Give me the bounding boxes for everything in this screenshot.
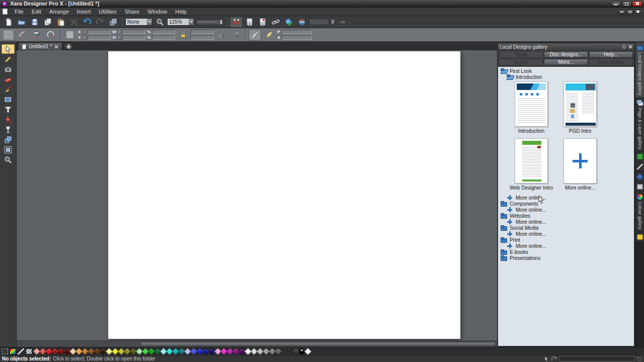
shear-field[interactable] [191, 35, 214, 40]
no-colour-swatch[interactable] [26, 348, 32, 354]
freehand-draw-tool[interactable] [2, 54, 15, 64]
canvas-area[interactable] [17, 50, 497, 347]
quickshape-tool[interactable] [2, 135, 15, 144]
thumbnail-web-designer-intro[interactable]: Web Designer Intro [515, 138, 564, 191]
doc-close-button[interactable] [634, 10, 641, 14]
zoom-tool[interactable] [2, 155, 15, 164]
fill-roller-button[interactable] [30, 29, 43, 41]
w-spinner[interactable] [117, 30, 121, 34]
zoom-tool-button[interactable] [154, 17, 166, 27]
stop-update-button[interactable]: Stop update [589, 59, 633, 65]
menu-window[interactable]: Window [143, 8, 171, 15]
menu-help[interactable]: Help [171, 8, 191, 15]
cut-button[interactable] [68, 17, 79, 27]
feather-button[interactable] [263, 29, 275, 41]
maximize-button[interactable] [622, 1, 631, 7]
x-spinner[interactable] [83, 30, 87, 34]
document-page[interactable] [108, 51, 460, 339]
rotate-mode-button[interactable] [44, 29, 57, 41]
thumbnail-preview[interactable] [564, 138, 597, 184]
web-export-check-button[interactable] [283, 17, 294, 27]
height-field[interactable] [122, 35, 145, 40]
close-tab-icon[interactable] [54, 45, 58, 49]
tree-item-more-online[interactable]: More online... [498, 207, 634, 213]
color-swatch[interactable] [304, 347, 311, 354]
new-tab-button[interactable] [64, 43, 73, 50]
tree-item-first-look[interactable]: First Look [498, 68, 634, 74]
menu-insert[interactable]: Insert [73, 8, 95, 15]
tab-frame-gallery[interactable] [635, 182, 644, 192]
menu-arrange[interactable]: Arrange [45, 8, 73, 15]
menu-utilities[interactable]: Utilities [95, 8, 120, 15]
menu-file[interactable]: File [11, 8, 28, 15]
horizontal-scrollbar-thumb[interactable] [141, 342, 496, 346]
preview-browser-button[interactable] [296, 17, 307, 27]
tab-untitled1[interactable]: Untitled1 * [18, 42, 62, 50]
line-width-select[interactable]: None [125, 18, 152, 26]
transparency-tool[interactable] [2, 125, 15, 134]
minimize-button[interactable] [611, 1, 621, 7]
tree-item-more-online[interactable]: More online... [498, 195, 634, 201]
rectangle-tool[interactable] [2, 95, 15, 104]
redo-button[interactable] [94, 17, 106, 27]
tree-item-more-online[interactable]: More online... [498, 243, 634, 249]
thumbnail-introduction[interactable]: Introduction [515, 81, 564, 134]
contour-tool[interactable] [2, 145, 15, 154]
h-spinner[interactable] [117, 35, 121, 40]
resize-grip[interactable] [637, 356, 642, 361]
text-tool[interactable] [2, 105, 15, 114]
tree-item-print[interactable]: Print [498, 237, 634, 243]
tab-colour-gallery[interactable]: Colour gallery [635, 192, 644, 232]
doc-minimize-button[interactable] [618, 10, 625, 14]
undo-button[interactable] [81, 17, 93, 27]
disc-designs-button[interactable]: Disc designs... [544, 51, 588, 58]
gallery-header[interactable]: Local Designs gallery [498, 43, 634, 50]
import-button[interactable]: Import [499, 59, 543, 65]
more-button[interactable]: More... [544, 59, 588, 65]
shadow-brush-tool[interactable] [2, 84, 15, 94]
zoom-level-select[interactable]: 125% [167, 18, 194, 26]
smoothing-pen-button[interactable] [249, 29, 261, 41]
doc-restore-button[interactable] [626, 10, 633, 14]
y-spinner[interactable] [83, 35, 87, 40]
thumbnail-pgd-intro[interactable]: PGD Intro [564, 81, 612, 134]
pin-icon[interactable] [621, 44, 626, 49]
tree-item-components[interactable]: Components [498, 201, 634, 207]
new-document-button[interactable] [3, 17, 14, 27]
tree-item-social-media[interactable]: Social Media [498, 225, 634, 231]
a-field[interactable] [282, 35, 312, 40]
eyedropper-icon[interactable] [18, 348, 24, 354]
help-button[interactable]: Help... [589, 51, 633, 58]
hyperlink-button[interactable] [270, 17, 281, 27]
tab-fonts-gallery[interactable] [635, 232, 644, 242]
tree-item-websites[interactable]: Websites [498, 213, 634, 219]
x-position-field[interactable] [88, 30, 111, 34]
paste-button[interactable] [55, 17, 66, 27]
menu-share[interactable]: Share [121, 8, 143, 15]
width-field[interactable] [122, 30, 145, 34]
tab-bitmap-gallery[interactable] [635, 152, 644, 162]
tab-local-designs-gallery[interactable]: Local Designs gallery [635, 43, 644, 98]
open-button[interactable] [16, 17, 27, 27]
lock-aspect-button[interactable] [177, 29, 189, 41]
snap-to-objects-button[interactable] [230, 17, 242, 27]
rotation-field[interactable] [191, 30, 214, 34]
y-position-field[interactable] [88, 35, 111, 40]
tree-item-e-books[interactable]: E-books [498, 249, 634, 255]
close-button[interactable] [632, 1, 642, 7]
tab-line-gallery[interactable] [635, 162, 644, 172]
scale-height-field[interactable] [152, 35, 175, 40]
tab-page-layer-gallery[interactable]: Page & Layer gallery [635, 98, 644, 152]
menu-edit[interactable]: Edit [28, 8, 45, 15]
erase-tool[interactable] [2, 74, 15, 84]
tree-item-more-online[interactable]: More online... [498, 231, 634, 237]
zoom-to-fit-button[interactable] [107, 17, 119, 27]
print-button[interactable] [42, 17, 53, 27]
horizontal-scrollbar[interactable] [17, 340, 497, 347]
tree-item-more-online[interactable]: More online... [498, 219, 634, 225]
close-icon[interactable] [628, 45, 632, 49]
flip-vertical-button[interactable] [229, 29, 242, 41]
export-slice-button[interactable] [257, 17, 268, 27]
save-button[interactable] [29, 17, 40, 27]
scale-width-field[interactable] [152, 30, 175, 34]
